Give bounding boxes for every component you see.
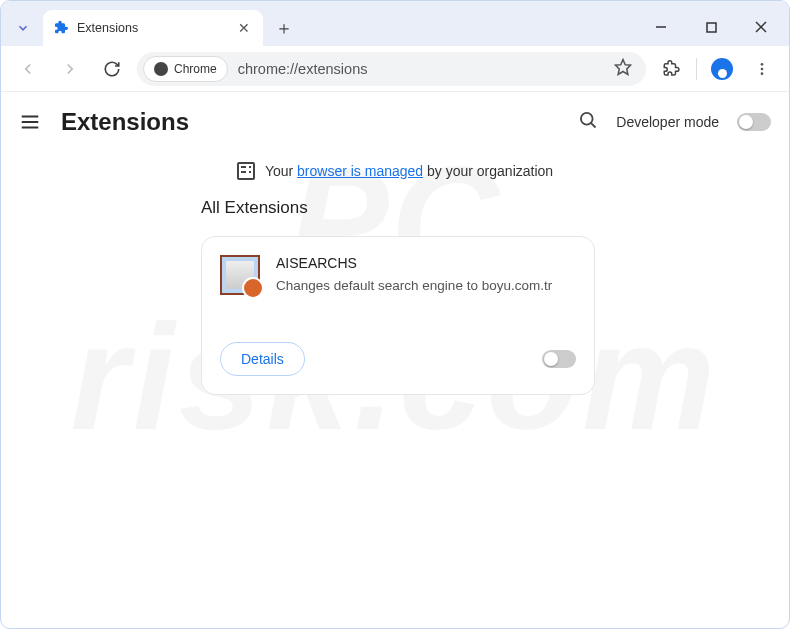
new-tab-button[interactable]: ＋ <box>269 13 299 43</box>
content-area: All Extensions AISEARCHS Changes default… <box>1 198 789 395</box>
svg-point-5 <box>761 63 764 66</box>
back-button[interactable] <box>11 52 45 86</box>
svg-point-6 <box>761 67 764 70</box>
extensions-menu-button[interactable] <box>654 52 688 86</box>
close-tab-button[interactable]: ✕ <box>235 19 253 37</box>
tab-search-dropdown[interactable] <box>9 14 37 42</box>
divider <box>696 58 697 80</box>
extension-app-icon <box>220 255 260 295</box>
extension-enable-toggle[interactable] <box>542 350 576 368</box>
managed-link[interactable]: browser is managed <box>297 163 423 179</box>
extension-name: AISEARCHS <box>276 255 576 271</box>
address-bar[interactable]: Chrome chrome://extensions <box>137 52 646 86</box>
section-title: All Extensions <box>201 198 589 218</box>
search-icon <box>578 110 598 130</box>
extension-card: AISEARCHS Changes default search engine … <box>201 236 595 395</box>
svg-rect-1 <box>707 23 716 32</box>
managed-banner: Your browser is managed by your organiza… <box>1 152 789 198</box>
page-title: Extensions <box>61 108 189 136</box>
bookmark-star-icon[interactable] <box>614 58 632 80</box>
site-chip[interactable]: Chrome <box>143 56 228 82</box>
details-button[interactable]: Details <box>220 342 305 376</box>
maximize-button[interactable] <box>691 12 731 42</box>
window-controls <box>641 12 781 42</box>
titlebar: Extensions ✕ ＋ <box>1 1 789 46</box>
hamburger-menu-icon[interactable] <box>19 111 41 133</box>
developer-mode-toggle[interactable] <box>737 113 771 131</box>
organization-icon <box>237 162 255 180</box>
chip-label: Chrome <box>174 62 217 76</box>
avatar-icon <box>711 58 733 80</box>
chrome-logo-icon <box>154 62 168 76</box>
reload-button[interactable] <box>95 52 129 86</box>
extension-description: Changes default search engine to boyu.co… <box>276 277 576 296</box>
search-button[interactable] <box>578 110 598 134</box>
developer-mode-label: Developer mode <box>616 114 719 130</box>
kebab-menu-button[interactable] <box>745 52 779 86</box>
page-header: Extensions Developer mode <box>1 92 789 152</box>
managed-prefix: Your <box>265 163 297 179</box>
tab-title: Extensions <box>77 21 138 35</box>
forward-button[interactable] <box>53 52 87 86</box>
extension-icon <box>53 20 69 36</box>
close-window-button[interactable] <box>741 12 781 42</box>
svg-marker-4 <box>616 59 631 74</box>
browser-tab[interactable]: Extensions ✕ <box>43 10 263 46</box>
svg-point-7 <box>761 72 764 75</box>
profile-button[interactable] <box>705 52 739 86</box>
minimize-button[interactable] <box>641 12 681 42</box>
url-text: chrome://extensions <box>234 61 368 77</box>
svg-point-11 <box>581 113 593 125</box>
managed-suffix: by your organization <box>423 163 553 179</box>
toolbar: Chrome chrome://extensions <box>1 46 789 92</box>
svg-line-12 <box>591 123 595 127</box>
